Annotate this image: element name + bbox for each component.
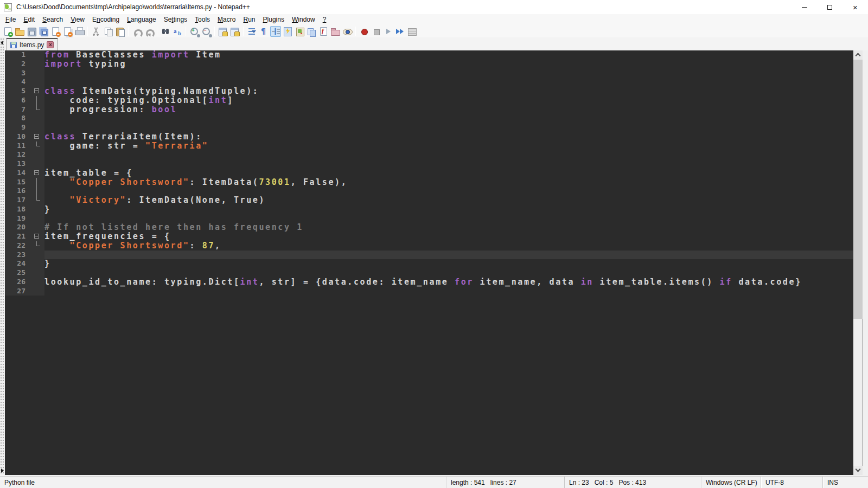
redo-icon[interactable] [143, 26, 154, 37]
close-all-icon[interactable] [62, 26, 73, 37]
minimize-button[interactable] [792, 0, 817, 14]
menu-item-tools[interactable]: Tools [191, 15, 214, 24]
code-line[interactable]: 20# If not listed here then has frequenc… [5, 223, 853, 232]
menu-item-file[interactable]: File [2, 15, 20, 24]
fold-marker[interactable] [29, 232, 44, 241]
cut-icon[interactable] [91, 26, 101, 37]
show-all-characters-icon[interactable] [258, 26, 269, 37]
fold-marker[interactable] [29, 132, 44, 142]
menu-item-settings[interactable]: Settings [160, 15, 191, 24]
code-line[interactable]: 17 "Victory": ItemData(None, True) [5, 196, 853, 205]
find-icon[interactable] [160, 26, 171, 37]
menu-item-view[interactable]: View [67, 15, 88, 24]
code-line[interactable]: 6 code: typing.Optional[int] [5, 96, 853, 105]
fold-margin [29, 142, 44, 151]
code-line[interactable]: 11 game: str = "Terraria" [5, 142, 853, 151]
code-line[interactable]: 19 [5, 214, 853, 223]
menu-item-search[interactable]: Search [39, 15, 67, 24]
scroll-down-button[interactable] [853, 466, 863, 475]
zoom-out-icon[interactable] [201, 26, 212, 37]
replace-icon[interactable] [172, 26, 183, 37]
fold-marker[interactable] [29, 87, 44, 96]
code-line[interactable]: 27 [5, 287, 853, 296]
scroll-up-button[interactable] [853, 50, 863, 60]
code-line[interactable]: 26lookup_id_to_name: typing.Dict[int, st… [5, 278, 853, 287]
line-number: 21 [5, 232, 29, 241]
code-text [44, 251, 853, 260]
code-line[interactable]: 16 [5, 187, 853, 196]
code-line[interactable]: 13 [5, 159, 853, 169]
tab-close-icon[interactable]: × [47, 41, 54, 48]
code-line[interactable]: 14item_table = { [5, 169, 853, 178]
collapse-left-icon [1, 41, 3, 45]
fold-margin [29, 223, 44, 232]
function-list-icon[interactable] [282, 26, 293, 37]
code-line[interactable]: 22 "Copper Shortsword": 87, [5, 241, 853, 251]
macro-record-icon[interactable] [359, 26, 369, 37]
code-line[interactable]: 5class ItemData(typing.NamedTuple): [5, 87, 853, 96]
code-line[interactable]: 1from BaseClasses import Item [5, 50, 853, 60]
folder-as-workspace-icon[interactable] [330, 26, 341, 37]
copy-icon[interactable] [103, 26, 113, 37]
code-line[interactable]: 24} [5, 259, 853, 268]
menu-item-run[interactable]: Run [239, 15, 259, 24]
sync-vertical-scroll-icon[interactable] [218, 26, 228, 37]
print-icon[interactable] [74, 26, 85, 37]
status-length-lines: length : 541 lines : 27 [446, 477, 564, 488]
fold-margin [29, 60, 44, 69]
code-line[interactable]: 2import typing [5, 60, 853, 69]
document-list-icon[interactable] [306, 26, 317, 37]
menu-item-encoding[interactable]: Encoding [88, 15, 123, 24]
toolbar-separator [355, 27, 356, 36]
monitoring-icon[interactable] [342, 26, 353, 37]
document-map-icon[interactable] [294, 26, 305, 37]
code-line[interactable]: 12 [5, 150, 853, 159]
code-text [44, 268, 853, 278]
code-line[interactable]: 8 [5, 114, 853, 123]
tab-items-py[interactable]: Items.py × [6, 38, 58, 50]
save-all-icon[interactable] [38, 26, 49, 37]
code-line[interactable]: 23 [5, 251, 853, 260]
paste-icon[interactable] [114, 26, 125, 37]
macro-stop-icon[interactable] [371, 26, 381, 37]
vertical-scrollbar[interactable] [853, 50, 862, 475]
function-list-panel-icon[interactable] [318, 26, 329, 37]
menu-item-window[interactable]: Window [288, 15, 319, 24]
code-line[interactable]: 10class TerrariaItem(Item): [5, 132, 853, 142]
macro-play-icon[interactable] [382, 26, 393, 37]
fold-marker[interactable] [29, 169, 44, 178]
menu-item-edit[interactable]: Edit [20, 15, 39, 24]
line-number: 26 [5, 278, 29, 287]
close-icon[interactable] [50, 26, 61, 37]
code-line[interactable]: 3 [5, 69, 853, 78]
code-line[interactable]: 9 [5, 123, 853, 132]
code-editor[interactable]: 1from BaseClasses import Item2import typ… [5, 50, 853, 475]
menu-item-language[interactable]: Language [123, 15, 160, 24]
sync-horizontal-scroll-icon[interactable] [229, 26, 240, 37]
code-line[interactable]: 18} [5, 205, 853, 214]
macro-run-multiple-icon[interactable] [394, 26, 405, 37]
undo-icon[interactable] [131, 26, 142, 37]
menu-item-plugins[interactable]: Plugins [259, 15, 288, 24]
code-line[interactable]: 4 [5, 78, 853, 87]
save-icon[interactable] [26, 26, 37, 37]
maximize-button[interactable] [817, 0, 843, 14]
close-button[interactable]: × [843, 0, 868, 14]
zoom-in-icon[interactable] [189, 26, 200, 37]
line-number: 23 [5, 251, 29, 260]
new-file-icon[interactable] [2, 26, 13, 37]
code-line[interactable]: 7 progression: bool [5, 105, 853, 114]
menu-item-help[interactable]: ? [319, 15, 330, 24]
line-number: 13 [5, 159, 29, 169]
show-indent-guide-icon[interactable] [270, 26, 281, 37]
code-line[interactable]: 15 "Copper Shortsword": ItemData(73001, … [5, 178, 853, 187]
menu-item-macro[interactable]: Macro [214, 15, 239, 24]
scrollbar-thumb[interactable] [853, 60, 863, 319]
dock-panel-splitter[interactable] [0, 37, 5, 475]
code-line[interactable]: 21item_frequencies = { [5, 232, 853, 241]
macro-save-icon[interactable] [406, 26, 417, 37]
open-file-icon[interactable] [14, 26, 25, 37]
line-number: 11 [5, 142, 29, 151]
word-wrap-icon[interactable] [246, 26, 257, 37]
code-line[interactable]: 25 [5, 268, 853, 278]
